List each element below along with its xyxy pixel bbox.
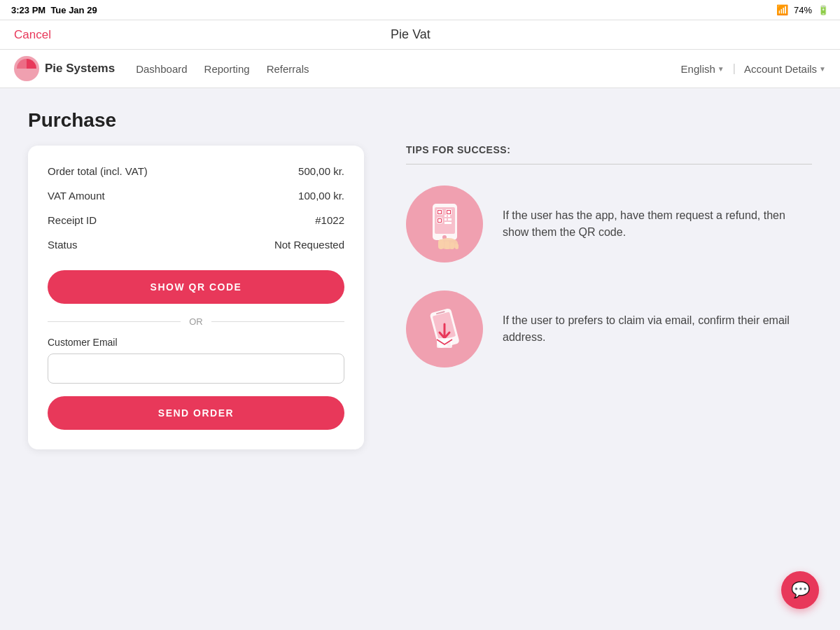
chat-bubble[interactable]: 💬 (781, 571, 819, 609)
svg-rect-22 (455, 244, 458, 249)
vat-amount-value: 100,00 kr. (298, 190, 344, 202)
page-title: Purchase (28, 109, 364, 132)
main-content: Purchase Order total (incl. VAT) 500,00 … (0, 88, 840, 587)
svg-rect-11 (438, 219, 441, 222)
language-selector[interactable]: English ▼ (681, 63, 724, 75)
svg-rect-21 (450, 242, 454, 249)
nav-referrals[interactable]: Referrals (267, 60, 309, 78)
tip-text-2: If the user to prefers to claim via emai… (503, 312, 812, 346)
status-row: Status Not Requested (48, 239, 344, 251)
wifi-icon: 📶 (776, 4, 788, 15)
svg-rect-15 (448, 218, 451, 220)
vat-amount-row: VAT Amount 100,00 kr. (48, 190, 344, 202)
vat-amount-label: VAT Amount (48, 190, 105, 202)
svg-rect-20 (444, 241, 449, 249)
tip-icon-email (406, 290, 483, 368)
status-bar: 3:23 PM Tue Jan 29 📶 74% 🔋 (0, 0, 840, 20)
nav-right: English ▼ | Account Details ▼ (681, 62, 826, 75)
logo-text: Pie Systems (45, 62, 115, 76)
language-dropdown-arrow: ▼ (718, 65, 724, 73)
svg-rect-12 (444, 215, 447, 217)
order-total-row: Order total (incl. VAT) 500,00 kr. (48, 165, 344, 177)
show-qr-button[interactable]: SHOW QR CODE (48, 270, 344, 304)
or-text: OR (189, 316, 203, 327)
nav-links: Dashboard Reporting Referrals (136, 60, 680, 78)
svg-rect-19 (438, 239, 444, 249)
or-line-right (211, 321, 344, 322)
page-title-bar: Pie Vat (391, 27, 430, 42)
tips-title: TIPS FOR SUCCESS: (406, 144, 812, 155)
status-value: Not Requested (274, 239, 344, 251)
account-dropdown-arrow: ▼ (819, 65, 826, 73)
cancel-button[interactable]: Cancel (14, 28, 51, 42)
svg-rect-16 (444, 222, 451, 224)
account-details-selector[interactable]: Account Details ▼ (744, 63, 826, 75)
title-bar: Cancel Pie Vat (0, 20, 840, 50)
tip-icon-qr (406, 186, 483, 262)
tip-item-2: If the user to prefers to claim via emai… (406, 290, 812, 368)
svg-rect-13 (448, 215, 450, 217)
status-label: Status (48, 239, 78, 251)
customer-email-label: Customer Email (48, 337, 344, 348)
status-time: 3:23 PM Tue Jan 29 (11, 5, 97, 15)
nav-reporting[interactable]: Reporting (204, 60, 250, 78)
email-phone-svg (419, 303, 471, 356)
receipt-id-label: Receipt ID (48, 214, 97, 226)
status-icons: 📶 74% 🔋 (776, 4, 829, 15)
nav-dashboard[interactable]: Dashboard (136, 60, 187, 78)
tips-divider (406, 164, 812, 164)
purchase-card: Order total (incl. VAT) 500,00 kr. VAT A… (28, 146, 364, 449)
right-column: TIPS FOR SUCCESS: (406, 109, 812, 566)
svg-rect-5 (438, 211, 441, 214)
svg-rect-8 (447, 211, 450, 214)
order-total-value: 500,00 kr. (298, 165, 344, 177)
receipt-id-row: Receipt ID #1022 (48, 214, 344, 226)
battery-icon: 🔋 (818, 5, 829, 15)
send-order-button[interactable]: SEND ORDER (48, 396, 344, 430)
tip-item-1: If the user has the app, have them reque… (406, 186, 812, 262)
qr-phone-svg (419, 198, 471, 251)
customer-email-input[interactable] (48, 354, 344, 384)
nav-bar: Pie Systems Dashboard Reporting Referral… (0, 50, 840, 88)
chat-icon: 💬 (791, 581, 810, 599)
svg-rect-14 (444, 218, 447, 220)
logo-icon (14, 56, 39, 81)
battery-percentage: 74% (794, 5, 812, 15)
left-column: Purchase Order total (incl. VAT) 500,00 … (28, 109, 364, 566)
or-divider: OR (48, 316, 344, 327)
logo: Pie Systems (14, 56, 115, 81)
or-line-left (48, 321, 181, 322)
svg-rect-27 (437, 338, 452, 348)
receipt-id-value: #1022 (315, 214, 344, 226)
order-total-label: Order total (incl. VAT) (48, 165, 148, 177)
tip-text-1: If the user has the app, have them reque… (503, 207, 812, 241)
